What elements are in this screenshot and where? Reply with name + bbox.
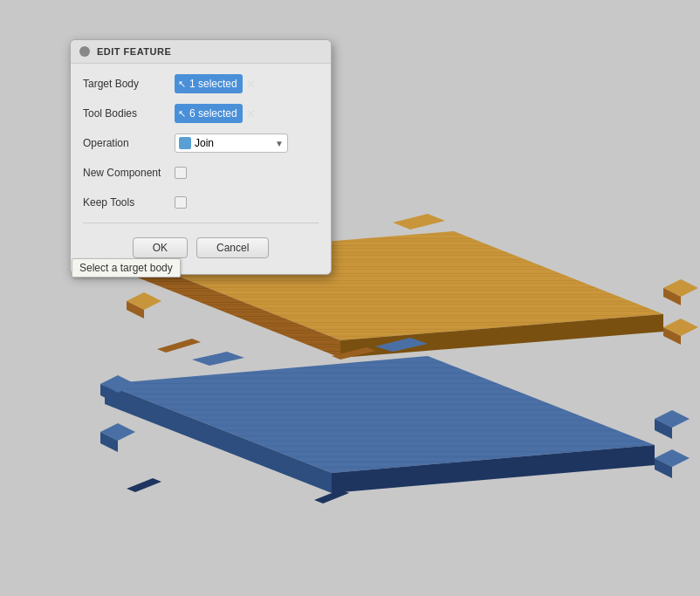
operation-dropdown[interactable]: Join ▼	[175, 134, 288, 153]
dialog-buttons: OK Cancel	[83, 232, 319, 262]
tool-bodies-clear[interactable]: ✕	[246, 108, 256, 120]
new-component-label: New Component	[83, 167, 175, 179]
svg-marker-33	[655, 410, 690, 428]
svg-marker-26	[105, 356, 655, 473]
ok-button[interactable]: OK	[133, 237, 188, 258]
svg-marker-23	[393, 214, 445, 229]
svg-marker-39	[127, 478, 161, 492]
svg-marker-38	[375, 338, 428, 352]
svg-marker-20	[663, 319, 698, 336]
svg-marker-35	[655, 449, 690, 467]
dialog-titlebar: EDIT FEATURE	[71, 40, 331, 64]
join-icon	[179, 137, 191, 149]
cursor-icon: ↖	[178, 79, 186, 90]
svg-marker-32	[100, 432, 118, 452]
svg-marker-16	[127, 292, 161, 310]
tooltip-text: Select a target body	[79, 262, 173, 274]
target-body-pill[interactable]: ↖ 1 selected	[175, 74, 243, 93]
svg-marker-36	[655, 458, 672, 478]
operation-value: Join	[195, 137, 214, 149]
svg-marker-40	[314, 490, 349, 504]
tool-bodies-value: 6 selected	[189, 107, 237, 120]
target-body-tooltip: Select a target body	[72, 258, 181, 277]
svg-marker-34	[655, 419, 672, 439]
svg-marker-13	[340, 314, 663, 358]
svg-marker-37	[192, 352, 244, 366]
edit-feature-dialog: EDIT FEATURE Target Body ↖ 1 selected ✕ …	[70, 39, 332, 275]
svg-marker-27	[105, 384, 332, 493]
svg-marker-18	[663, 279, 698, 297]
dialog-title: EDIT FEATURE	[97, 46, 171, 57]
new-component-checkbox[interactable]	[175, 167, 187, 179]
svg-marker-24	[157, 339, 201, 353]
operation-label: Operation	[83, 137, 175, 149]
svg-marker-19	[663, 288, 681, 305]
operation-row: Operation Join ▼	[83, 132, 319, 154]
svg-marker-31	[100, 423, 135, 441]
dialog-close-icon[interactable]	[79, 46, 90, 57]
svg-marker-17	[127, 301, 144, 319]
dialog-divider	[83, 223, 319, 223]
keep-tools-checkbox[interactable]	[175, 196, 187, 209]
target-body-clear[interactable]: ✕	[246, 79, 256, 90]
target-body-value: 1 selected	[189, 78, 237, 90]
svg-marker-28	[332, 445, 655, 493]
keep-tools-label: Keep Tools	[83, 196, 175, 209]
cancel-button[interactable]: Cancel	[196, 237, 269, 258]
target-body-row: Target Body ↖ 1 selected ✕	[83, 72, 319, 95]
svg-marker-30	[100, 384, 118, 404]
dialog-body: Target Body ↖ 1 selected ✕ Tool Bodies ↖…	[71, 64, 331, 274]
new-component-row: New Component	[83, 161, 319, 184]
dropdown-arrow-icon: ▼	[275, 139, 284, 148]
svg-marker-29	[100, 375, 135, 393]
target-body-label: Target Body	[83, 78, 175, 90]
tool-bodies-pill[interactable]: ↖ 6 selected	[175, 104, 243, 123]
keep-tools-row: Keep Tools	[83, 191, 319, 214]
svg-marker-25	[332, 347, 375, 360]
tool-bodies-label: Tool Bodies	[83, 107, 175, 120]
svg-marker-21	[663, 327, 681, 345]
tool-bodies-row: Tool Bodies ↖ 6 selected ✕	[83, 102, 319, 125]
cursor-icon-2: ↖	[178, 108, 186, 120]
